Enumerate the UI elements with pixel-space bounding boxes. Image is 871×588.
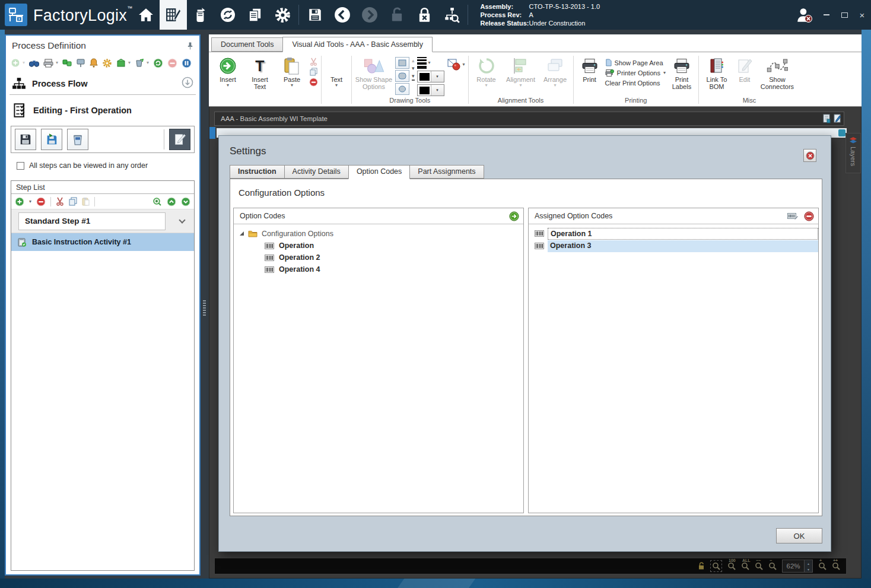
zoom-in-fast-button[interactable]: ++: [832, 562, 840, 570]
arrange-button[interactable]: Arrange ▾: [541, 55, 570, 88]
save-step-button[interactable]: [15, 129, 36, 150]
alignment-button[interactable]: Alignment ▾: [504, 55, 538, 88]
panel-splitter[interactable]: [201, 34, 209, 579]
print-labels-button[interactable]: Print Labels: [668, 55, 695, 90]
zoom-out-button[interactable]: −: [768, 562, 777, 570]
line-style-dropdown-icon[interactable]: ▾: [428, 61, 431, 65]
zoom-in-button[interactable]: +: [818, 562, 827, 570]
insert-text-button[interactable]: T Insert Text: [245, 55, 275, 90]
plugins-button[interactable]: [62, 59, 72, 67]
all-steps-checkbox[interactable]: [17, 162, 24, 170]
lock-close-button[interactable]: [411, 0, 438, 30]
sync-button[interactable]: [214, 0, 241, 30]
pin-icon[interactable]: [187, 42, 193, 52]
maximize-button[interactable]: [835, 3, 853, 27]
package-dropdown-icon[interactable]: ▾: [128, 61, 131, 65]
insert-dropdown-icon[interactable]: ▾: [227, 83, 229, 88]
logout-user-button[interactable]: [790, 0, 818, 30]
edit-mode-button[interactable]: [169, 129, 190, 150]
copy-step-button[interactable]: [69, 197, 77, 206]
link-to-bom-button[interactable]: Link To BOM: [702, 55, 732, 90]
move-step-down-button[interactable]: [181, 197, 190, 206]
chevron-down-icon[interactable]: [179, 217, 185, 223]
rect-shape-button[interactable]: [395, 57, 409, 69]
add-step-button[interactable]: [15, 197, 24, 206]
text-button[interactable]: Text ▾: [325, 55, 348, 88]
add-step-dropdown-icon[interactable]: ▾: [29, 199, 31, 204]
zoom-step-button[interactable]: [152, 197, 162, 206]
cut-button[interactable]: [310, 58, 317, 66]
zoom-100-button[interactable]: 100: [727, 562, 736, 570]
process-editor-button[interactable]: [160, 0, 187, 30]
zoom-spin-down-icon[interactable]: ▾: [805, 566, 812, 572]
tab-document-tools[interactable]: Document Tools: [211, 37, 283, 52]
print-process-button[interactable]: [43, 59, 53, 68]
tree-expander-icon[interactable]: [240, 231, 244, 236]
doc-pages-icon[interactable]: [822, 114, 831, 123]
insert-button[interactable]: Insert ▾: [213, 55, 243, 88]
zoom-level-spinner[interactable]: 62% ▴▾: [782, 560, 813, 573]
unlock-button[interactable]: [383, 0, 411, 30]
fill-color-picker[interactable]: ▾: [417, 84, 444, 96]
tree-root-row[interactable]: Configuration Options: [234, 227, 523, 240]
refresh-button[interactable]: [153, 58, 163, 68]
move-step-up-button[interactable]: [167, 197, 176, 206]
board-button[interactable]: [76, 58, 85, 68]
canvas-tool-icon[interactable]: [838, 129, 845, 136]
assigned-item[interactable]: Operation 1: [529, 227, 818, 240]
zoom-level-value[interactable]: 62%: [783, 560, 804, 572]
step-name[interactable]: Standard Step #1: [18, 212, 166, 230]
process-settings-button[interactable]: [102, 58, 112, 68]
remove-assigned-button[interactable]: [804, 211, 814, 221]
home-button[interactable]: [132, 0, 160, 30]
rotate-dropdown-icon[interactable]: ▾: [485, 83, 488, 88]
materials-button[interactable]: [187, 0, 214, 30]
pen-color-button[interactable]: ▾: [447, 55, 465, 71]
step-row[interactable]: Standard Step #1: [11, 209, 194, 233]
tab-part-assignments[interactable]: Part Assignments: [409, 165, 484, 179]
process-flow-row[interactable]: Process Flow: [9, 72, 196, 95]
minimize-button[interactable]: [818, 3, 835, 27]
package-button[interactable]: [116, 58, 126, 68]
ok-button[interactable]: OK: [776, 528, 822, 543]
delete-dropdown-icon[interactable]: ▾: [147, 61, 149, 65]
dialog-close-button[interactable]: [803, 149, 816, 162]
rotate-button[interactable]: Rotate ▾: [472, 55, 501, 88]
line-color-picker[interactable]: ▾: [417, 71, 444, 82]
zoom-out-fast-button[interactable]: −−: [755, 562, 763, 570]
zoom-all-button[interactable]: ALL: [741, 562, 749, 570]
close-button[interactable]: ×: [853, 3, 871, 27]
pen-color-dropdown-icon[interactable]: ▾: [463, 62, 465, 67]
settings-button[interactable]: [269, 0, 296, 30]
text-dropdown-icon[interactable]: ▾: [335, 83, 338, 88]
printer-options-dropdown-icon[interactable]: ▾: [663, 71, 666, 75]
layers-tab[interactable]: Layers: [845, 133, 861, 173]
delete-shape-button[interactable]: [309, 78, 318, 87]
documents-button[interactable]: [241, 0, 269, 30]
option-code-item[interactable]: Operation 2: [234, 252, 523, 263]
copy-button[interactable]: [310, 68, 317, 76]
back-button[interactable]: [329, 0, 356, 30]
doc-edit-icon[interactable]: [833, 114, 841, 123]
ellipse-shape-button[interactable]: [395, 83, 409, 95]
scroll-up-icon[interactable]: ▴: [412, 58, 415, 63]
print-dropdown-icon[interactable]: ▾: [56, 61, 58, 65]
assigned-item-selected[interactable]: Operation 3: [529, 240, 818, 252]
paste-dropdown-icon[interactable]: ▾: [291, 83, 293, 88]
edit-button[interactable]: Edit: [734, 55, 755, 83]
print-button[interactable]: Print: [577, 55, 603, 83]
remove-step-button[interactable]: [36, 197, 46, 206]
scroll-end-icon[interactable]: ▾: [412, 74, 415, 81]
forward-button[interactable]: [356, 0, 383, 30]
paste-button[interactable]: Paste ▾: [277, 55, 307, 88]
add-process-button[interactable]: [11, 58, 20, 68]
zoom-lock-icon[interactable]: [698, 562, 705, 570]
printer-options-button[interactable]: Printer Options ▾: [605, 69, 666, 77]
line-color-dropdown-icon[interactable]: ▾: [431, 71, 444, 82]
edit-assigned-button[interactable]: [787, 212, 798, 220]
find-button[interactable]: [29, 59, 39, 67]
discard-button[interactable]: [67, 129, 88, 150]
show-shape-options-button[interactable]: Show Shape Options: [355, 55, 393, 90]
delete-restore-button[interactable]: [135, 58, 144, 68]
arrange-dropdown-icon[interactable]: ▾: [554, 83, 557, 88]
